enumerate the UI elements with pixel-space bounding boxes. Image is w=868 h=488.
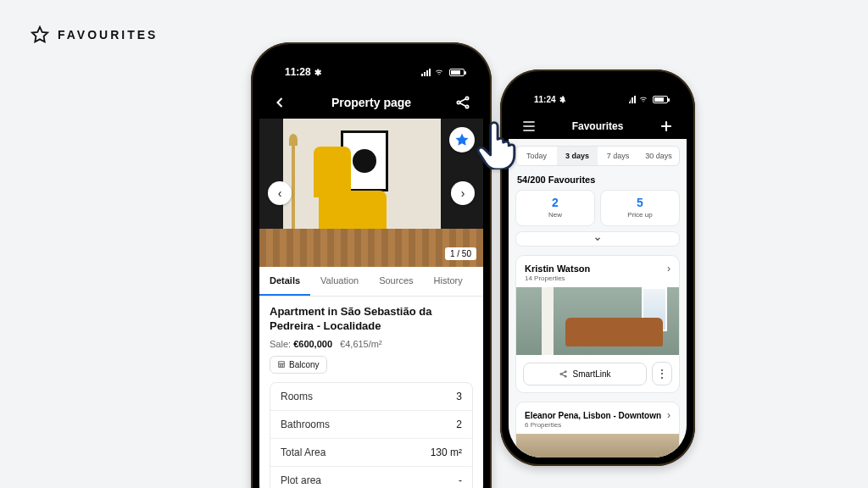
hero-prev-button[interactable]: ‹ xyxy=(268,181,292,205)
device-notch xyxy=(338,61,404,80)
card-subtitle: 6 Properties xyxy=(516,421,679,434)
add-button[interactable] xyxy=(658,118,675,135)
tab-details[interactable]: Details xyxy=(259,267,310,296)
spec-row: Bathrooms2 xyxy=(270,411,472,439)
card-title: Kristin Watson xyxy=(525,263,590,274)
cursor-hand-icon xyxy=(473,119,524,173)
tab-valuation[interactable]: Valuation xyxy=(310,267,369,296)
chevron-right-icon: › xyxy=(667,263,670,274)
favourite-card[interactable]: Kristin Watson › 14 Properties SmartLink xyxy=(515,255,680,393)
card-image xyxy=(516,434,679,458)
card-more-button[interactable]: ⋮ xyxy=(652,362,672,385)
card-image xyxy=(516,287,679,355)
star-icon xyxy=(31,25,49,44)
tab-history[interactable]: History xyxy=(424,267,473,296)
specs-table: Rooms3 Bathrooms2 Total Area130 m² Plot … xyxy=(270,382,473,488)
page-header: FAVOURITES xyxy=(31,25,158,44)
stats-row: 2 New 5 Price up xyxy=(509,190,687,226)
segment-3days[interactable]: 3 days xyxy=(557,147,598,165)
hero-next-button[interactable]: › xyxy=(451,181,475,205)
chevron-right-icon: › xyxy=(667,409,670,421)
smartlink-button[interactable]: SmartLink xyxy=(523,363,647,385)
alarm-icon: ✱ xyxy=(314,68,321,77)
detail-nav-bar: Property page xyxy=(259,86,483,119)
favourites-nav-bar: Favourites xyxy=(509,114,687,139)
favourites-count: 54/200 Favourites xyxy=(509,173,687,190)
spec-row: Rooms3 xyxy=(270,383,472,411)
battery-icon xyxy=(449,69,465,76)
star-filled-icon xyxy=(454,132,470,147)
expand-stats-button[interactable] xyxy=(515,231,680,247)
stat-card-new[interactable]: 2 New xyxy=(515,190,595,226)
property-title: Apartment in São Sebastião da Pedreira -… xyxy=(270,305,473,334)
svg-marker-4 xyxy=(456,134,469,146)
detail-nav-title: Property page xyxy=(331,96,411,109)
detail-tabs: Details Valuation Sources History xyxy=(259,267,483,297)
chevron-down-icon xyxy=(593,235,602,243)
property-price: Sale: €600,000 €4,615/m² xyxy=(270,339,473,349)
feature-chip-balcony: Balcony xyxy=(270,356,327,374)
page-header-label: FAVOURITES xyxy=(58,28,158,42)
spec-row: Total Area130 m² xyxy=(270,439,472,467)
svg-point-3 xyxy=(465,105,468,108)
status-time: 11:28 xyxy=(285,66,311,78)
balcony-icon xyxy=(277,360,286,369)
card-title: Eleanor Pena, Lisbon - Downtown xyxy=(525,411,661,420)
property-hero-image[interactable]: ‹ › 1 / 50 xyxy=(259,119,483,267)
time-filter-segmented: Today 3 days 7 days 30 days xyxy=(515,146,680,166)
signal-icon xyxy=(421,69,431,76)
favourite-toggle-button[interactable] xyxy=(449,127,475,152)
share-button[interactable] xyxy=(454,94,471,111)
battery-icon xyxy=(653,96,668,103)
phone-property-detail: 11:28 ✱ Property page xyxy=(251,42,492,488)
svg-point-6 xyxy=(560,373,562,374)
tab-sources[interactable]: Sources xyxy=(369,267,423,296)
device-notch xyxy=(565,88,631,107)
favourite-card[interactable]: Eleanor Pena, Lisbon - Downtown › 6 Prop… xyxy=(515,402,680,458)
card-subtitle: 14 Properties xyxy=(516,274,679,287)
svg-point-1 xyxy=(457,101,459,103)
segment-30days[interactable]: 30 days xyxy=(638,147,679,165)
share-icon xyxy=(559,369,568,379)
favourites-nav-title: Favourites xyxy=(572,120,624,132)
spec-row: Plot area- xyxy=(270,467,472,488)
wifi-icon xyxy=(638,96,648,103)
svg-point-8 xyxy=(565,375,567,377)
segment-7days[interactable]: 7 days xyxy=(598,147,638,165)
svg-point-2 xyxy=(465,97,468,99)
stat-card-priceup[interactable]: 5 Price up xyxy=(600,190,680,226)
svg-marker-0 xyxy=(32,27,47,42)
svg-point-7 xyxy=(565,370,567,372)
wifi-icon xyxy=(434,69,444,76)
back-button[interactable] xyxy=(271,94,288,111)
phone-favourites-list: 11:24 ✱ Favourites xyxy=(500,69,695,466)
photo-counter: 1 / 50 xyxy=(445,247,476,260)
status-time: 11:24 xyxy=(534,95,556,104)
